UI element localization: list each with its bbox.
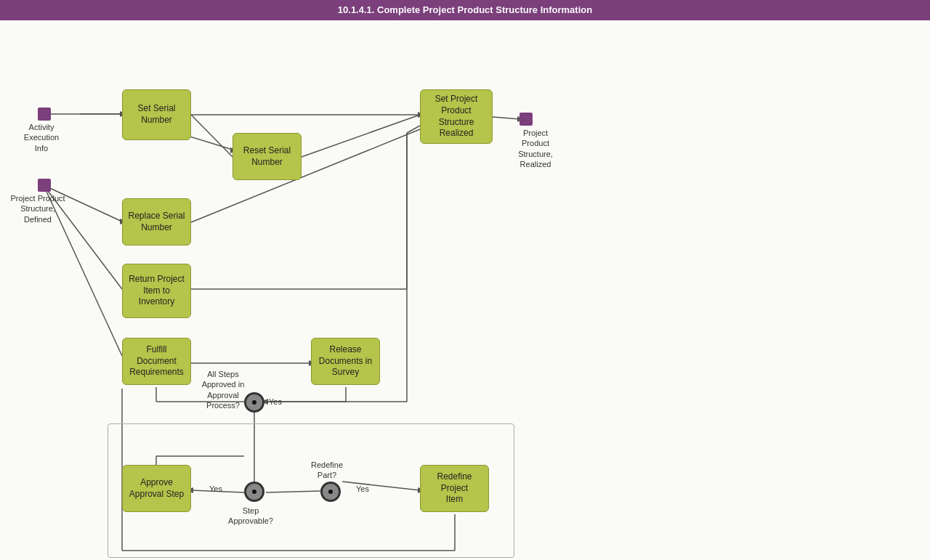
activity-execution-label: ActivityExecutionInfo	[16, 122, 67, 153]
header: 10.1.4.1. Complete Project Product Struc…	[0, 0, 930, 20]
all-steps-yes-label: Yes	[269, 397, 282, 407]
svg-line-8	[191, 115, 232, 157]
svg-line-9	[302, 115, 420, 157]
svg-line-12	[191, 129, 420, 222]
header-title: 10.1.4.1. Complete Project Product Struc…	[338, 4, 592, 15]
all-steps-approved-label: All StepsApproved inApprovalProcess?	[190, 369, 256, 410]
fulfill-document-node[interactable]: Fulfill DocumentRequirements	[122, 338, 191, 385]
project-product-realized-label: ProjectProductStructure,Realized	[506, 128, 565, 169]
reset-serial-number-node[interactable]: Reset SerialNumber	[232, 133, 302, 180]
loop-container	[108, 423, 514, 558]
set-project-product-node[interactable]: Set ProjectProductStructureRealized	[420, 89, 493, 144]
release-documents-node[interactable]: ReleaseDocuments inSurvey	[311, 338, 380, 385]
canvas: ActivityExecutionInfo Project ProductStr…	[0, 20, 930, 560]
project-product-realized-event	[519, 113, 533, 126]
svg-line-15	[407, 126, 420, 133]
return-project-item-node[interactable]: Return ProjectItem toInventory	[122, 264, 191, 318]
svg-line-16	[493, 117, 519, 119]
activity-execution-event	[38, 107, 51, 121]
project-product-defined-event	[38, 179, 51, 192]
replace-serial-number-node[interactable]: Replace SerialNumber	[122, 198, 191, 245]
project-product-defined-label: Project ProductStructure,Defined	[9, 193, 67, 224]
set-serial-number-node[interactable]: Set SerialNumber	[122, 89, 191, 140]
